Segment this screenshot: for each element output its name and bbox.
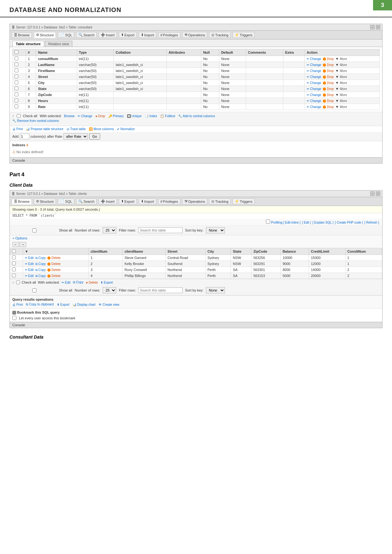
check-all-footer[interactable] — [17, 114, 21, 118]
nav-tracking-1[interactable]: ◎ Tracking — [209, 32, 231, 38]
row-checkbox[interactable] — [13, 92, 26, 98]
action-unique[interactable]: 🔲 Unique — [127, 114, 142, 118]
num-rows-select-top[interactable]: 25 — [103, 227, 116, 233]
nav-structure-1[interactable]: ⚙ Structure — [34, 32, 56, 38]
let-users-checkbox[interactable] — [12, 316, 16, 320]
minimize-btn[interactable]: – — [370, 25, 375, 29]
titlebar-icons[interactable]: – □ — [370, 25, 380, 29]
check-all-bottom[interactable] — [16, 280, 20, 284]
row-more-btn[interactable]: More — [340, 63, 347, 67]
add-col-num-input[interactable] — [20, 134, 29, 139]
select-all-checkbox[interactable] — [15, 50, 18, 54]
nav-import-2[interactable]: ⬇ Import — [139, 198, 156, 204]
th-balance[interactable]: Balance — [280, 248, 309, 255]
console-bar-2[interactable]: Console — [10, 322, 382, 328]
num-rows-select-bottom[interactable]: 25 — [103, 287, 116, 293]
action-add-central[interactable]: 🔧 Add to central columns — [178, 114, 215, 118]
data-edit-btn[interactable]: ✏ Edit — [25, 262, 34, 266]
nav-triggers-2[interactable]: ⚡ Triggers — [232, 198, 255, 204]
minimize-btn-2[interactable]: – — [370, 191, 375, 196]
row-more-btn[interactable]: More — [340, 69, 347, 73]
nav-browse-2[interactable]: 🗄 Browse — [12, 199, 32, 204]
row-drop-btn[interactable]: Drop — [327, 57, 334, 61]
nav-privileges-2[interactable]: # Privileges — [158, 199, 180, 204]
row-drop-btn[interactable]: Drop — [327, 105, 334, 109]
th-zipCode[interactable]: ZipCode — [251, 248, 281, 255]
data-copy-btn[interactable]: ⧉ Copy — [35, 274, 46, 278]
action-change[interactable]: ✏ Change — [78, 114, 92, 118]
row-change-btn[interactable]: ✏ Change — [307, 105, 321, 109]
maximize-btn[interactable]: □ — [376, 25, 380, 29]
maximize-btn-2[interactable]: □ — [376, 191, 380, 196]
nav-export-2[interactable]: ⬆ Export — [119, 198, 137, 204]
row-more-btn[interactable]: More — [340, 75, 347, 79]
th-consltNum[interactable]: ConsltNum — [345, 248, 382, 255]
row-checkbox[interactable] — [13, 62, 26, 68]
nav-left-btn[interactable]: ← — [12, 242, 19, 247]
action-track[interactable]: ◎ Track table — [67, 127, 86, 131]
profiling-checkbox[interactable] — [266, 220, 270, 224]
qr-print[interactable]: 🖨 Print — [12, 303, 23, 306]
refresh-link[interactable]: [ Refresh ] — [365, 221, 379, 224]
nav-sql-2[interactable]: 📄 SQL — [58, 198, 74, 204]
sort-key-select-top[interactable]: None — [206, 227, 225, 233]
action-drop[interactable]: ● Drop — [95, 114, 105, 118]
th-city[interactable]: City — [205, 248, 231, 255]
action-primary[interactable]: 🔑 Primary — [108, 114, 124, 118]
row-drop-btn[interactable]: Drop — [327, 93, 334, 97]
action-move-cols[interactable]: 🔀 Move columns — [89, 127, 114, 131]
row-more-btn[interactable]: More — [340, 99, 347, 103]
nav-import-1[interactable]: ⬇ Import — [139, 32, 156, 38]
data-row-checkbox[interactable] — [10, 267, 23, 273]
show-all-checkbox-top[interactable] — [12, 228, 57, 232]
row-change-btn[interactable]: ✏ Change — [307, 81, 321, 85]
row-checkbox[interactable] — [13, 104, 26, 110]
row-more-btn[interactable]: More — [340, 105, 347, 109]
show-all-checkbox-bottom[interactable] — [12, 288, 57, 292]
filter-rows-input-bottom[interactable] — [138, 287, 183, 293]
row-more-btn[interactable]: More — [340, 93, 347, 97]
row-change-btn[interactable]: ✏ Change — [307, 87, 321, 91]
data-copy-btn[interactable]: ⧉ Copy — [35, 262, 46, 266]
data-copy-btn[interactable]: ⧉ Copy — [35, 256, 46, 260]
qr-display-chart[interactable]: 📊 Display chart — [73, 303, 96, 306]
sort-key-select-bottom[interactable]: None — [206, 287, 225, 293]
qr-copy-clipboard[interactable]: ⧉ Copy to clipboard — [26, 303, 54, 306]
bottom-action-edit[interactable]: ✏ Edit — [62, 281, 70, 284]
row-more-btn[interactable]: More — [340, 81, 347, 85]
row-drop-btn[interactable]: Drop — [327, 69, 334, 73]
tab-table-structure[interactable]: Table structure — [12, 41, 44, 47]
nav-sql-1[interactable]: 📄 SQL — [58, 32, 74, 38]
data-edit-btn[interactable]: ✏ Edit — [25, 274, 34, 278]
row-change-btn[interactable]: ✏ Change — [307, 57, 321, 61]
row-checkbox[interactable] — [13, 68, 26, 74]
th-street[interactable]: Street — [166, 248, 205, 255]
row-checkbox[interactable] — [13, 98, 26, 104]
nav-browse-1[interactable]: 🗄 Browse — [12, 32, 32, 38]
nav-search-2[interactable]: 🔍 Search — [76, 198, 97, 204]
nav-export-1[interactable]: ⬆ Export — [119, 32, 137, 38]
data-row-checkbox[interactable] — [10, 261, 23, 267]
nav-operations-1[interactable]: ⚒ Operations — [182, 32, 208, 38]
th-clientName[interactable]: clientName — [123, 248, 166, 255]
action-index[interactable]: 📑 Index — [145, 114, 157, 118]
row-more-btn[interactable]: More — [340, 87, 347, 91]
data-edit-btn[interactable]: ✏ Edit — [25, 256, 34, 260]
data-delete-btn[interactable]: Delete — [51, 268, 61, 272]
nav-insert-2[interactable]: ➕ Insert — [99, 198, 117, 204]
filter-rows-input-top[interactable] — [138, 227, 183, 233]
nav-tracking-2[interactable]: ◎ Tracking — [209, 198, 231, 204]
row-drop-btn[interactable]: Drop — [327, 87, 334, 91]
th-state[interactable]: State — [231, 248, 251, 255]
th-clientNum[interactable]: clientNum — [88, 248, 122, 255]
create-php-link[interactable]: [ Create PHP code ] — [335, 221, 363, 224]
row-change-btn[interactable]: ✏ Change — [307, 69, 321, 73]
row-drop-btn[interactable]: Drop — [327, 99, 334, 103]
th-creditLimit[interactable]: CreditLimit — [309, 248, 345, 255]
data-select-all[interactable] — [12, 249, 16, 253]
options-row[interactable]: + Options — [10, 235, 382, 241]
edit-link[interactable]: [ Edit ] — [302, 221, 311, 224]
explain-sql-link[interactable]: [ Explain SQL ] — [312, 221, 333, 224]
nav-triggers-1[interactable]: ⚡ Triggers — [232, 32, 255, 38]
nav-privileges-1[interactable]: # Privileges — [158, 32, 180, 38]
